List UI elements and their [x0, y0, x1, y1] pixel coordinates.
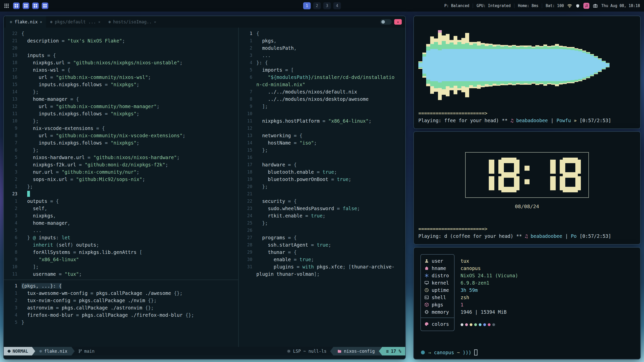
- code-line[interactable]: 20 };: [241, 183, 405, 190]
- code-line[interactable]: 31 plugins = with pkgs.xfce; [thunar-arc…: [241, 263, 405, 270]
- code-line[interactable]: 5}: [6, 319, 238, 326]
- code-line[interactable]: 25 };: [241, 219, 405, 227]
- code-line[interactable]: 16 url = "github:nix-community/nixos-wsl…: [6, 73, 238, 81]
- code-line[interactable]: 10 };: [6, 117, 238, 124]
- camera-icon[interactable]: [593, 4, 598, 8]
- tab-close-icon[interactable]: ✕: [98, 20, 100, 24]
- window-close-button[interactable]: ✕: [394, 19, 402, 25]
- code-line[interactable]: 6 } @ inputs: let: [6, 234, 238, 241]
- code-line[interactable]: 24 rtkit.enable = true;: [241, 212, 405, 219]
- code-line[interactable]: 9 "x86_64-linux": [6, 256, 238, 263]
- code-line[interactable]: 13 home-manager = {: [6, 95, 238, 103]
- code-line[interactable]: 5 nixos-hardware.url = "github:nixos/nix…: [6, 154, 238, 161]
- tab-close-icon[interactable]: ✕: [154, 20, 156, 24]
- code-line[interactable]: 15 inputs.nixpkgs.follows = "nixpkgs";: [6, 81, 238, 88]
- code-line[interactable]: 8 ../../modules/nixos/desktop/awesome: [241, 95, 405, 103]
- code-line[interactable]: 5 ...: [6, 227, 238, 234]
- code-line[interactable]: 2 sops-nix.url = "github:Mic92/sops-nix"…: [6, 175, 238, 183]
- pinned-app-2-icon[interactable]: [23, 3, 29, 9]
- code-line[interactable]: 1{: [241, 30, 405, 37]
- code-line[interactable]: 7 inherit (self) outputs;: [6, 241, 238, 248]
- code-line[interactable]: 1 };: [6, 183, 238, 190]
- code-line[interactable]: 11 nixpkgs.hostPlatform = "x86_64-linux"…: [241, 117, 405, 124]
- code-line[interactable]: 27 programs = {: [241, 234, 405, 241]
- code-line[interactable]: 10: [241, 110, 405, 117]
- code-line[interactable]: 4 firefox-mod-blur = pkgs.callPackage ./…: [6, 311, 238, 319]
- code-line[interactable]: 11 username = "tux";: [6, 270, 238, 278]
- code-line[interactable]: 3 nixpkgs,: [6, 212, 238, 219]
- code-line[interactable]: 22 security = {: [241, 197, 405, 205]
- buffer-tab-flake-nix[interactable]: ❄flake.nix✕: [6, 16, 46, 28]
- code-line[interactable]: 17 nixos-wsl = {: [6, 66, 238, 73]
- code-line[interactable]: 11 inputs.nixpkgs.follows = "nixpkgs";: [6, 110, 238, 117]
- code-line[interactable]: 23: [6, 190, 238, 197]
- code-line[interactable]: 19 inputs = {: [6, 52, 238, 59]
- pane-iso-image[interactable]: 1{1 pkgs,2 modulesPath,3 ...4}: {5 impor…: [239, 28, 405, 347]
- code-line[interactable]: 8 forAllSystems = nixpkgs.lib.genAttrs [: [6, 248, 238, 256]
- code-line[interactable]: 12 url = "github:nix-community/home-mana…: [6, 103, 238, 110]
- wifi-icon[interactable]: [567, 4, 572, 8]
- code-line[interactable]: 7 inputs.nixpkgs.follows = "nixpkgs";: [6, 139, 238, 146]
- code-line[interactable]: 30 enable = true;: [241, 256, 405, 263]
- code-line[interactable]: 12: [241, 124, 405, 132]
- code-line[interactable]: 7 ../../modules/nixos/default.nix: [241, 88, 405, 95]
- buffer-tab-hosts-isoImag-[interactable]: ❄hosts/isoImag..✕: [104, 16, 160, 28]
- code-line[interactable]: 13 networking = {: [241, 132, 405, 139]
- pinned-app-1-icon[interactable]: [13, 3, 20, 9]
- code-line[interactable]: 9 nix-vscode-extensions = {: [6, 124, 238, 132]
- code-line[interactable]: 14 };: [6, 88, 238, 95]
- workspace-tag-1[interactable]: 1: [303, 2, 311, 9]
- code-line[interactable]: 21 description = "tux's NixOS Flake";: [6, 37, 238, 44]
- code-line[interactable]: 6 };: [6, 146, 238, 154]
- workspace-tag-2[interactable]: 2: [313, 2, 321, 9]
- pinned-app-3-icon[interactable]: [32, 3, 39, 9]
- code-line[interactable]: 19 bluetooth.powerOnBoot = true;: [241, 175, 405, 183]
- code-line[interactable]: 20: [6, 44, 238, 52]
- app-grid-icon[interactable]: [4, 3, 9, 8]
- code-line[interactable]: 1 tux-awesome-wm-config = pkgs.callPacka…: [6, 289, 238, 297]
- pane-flake-nix[interactable]: 22{21 description = "tux's NixOS Flake";…: [4, 28, 238, 280]
- code-line[interactable]: 21: [241, 190, 405, 197]
- code-line[interactable]: 8 url = "github:nix-community/nix-vscode…: [6, 132, 238, 139]
- buffer-tab-pkgs-default-[interactable]: ❄pkgs/default ...✕: [46, 16, 104, 28]
- code-line[interactable]: 1 outputs = {: [6, 197, 238, 205]
- code-line[interactable]: 2 modulesPath,: [241, 44, 405, 52]
- code-line[interactable]: 1{pkgs, ...}: {: [6, 282, 238, 289]
- shell-prompt[interactable]: → canopus ~ ))): [414, 349, 640, 359]
- titlebar-toggle[interactable]: [380, 19, 392, 25]
- code-line[interactable]: 6 "${modulesPath}/installer/cd-dvd/insta…: [241, 73, 405, 81]
- code-line[interactable]: 9 ];: [241, 103, 405, 110]
- code-line[interactable]: 22{: [6, 30, 238, 37]
- pane-pkgs-default-nix[interactable]: 1{pkgs, ...}: {1 tux-awesome-wm-config =…: [4, 280, 238, 347]
- clock-label[interactable]: Thu Aug 08, 18:18: [601, 4, 640, 8]
- code-line[interactable]: 1 pkgs,: [241, 37, 405, 44]
- workspace-tag-3[interactable]: 3: [323, 2, 331, 9]
- code-line[interactable]: 17 hardware = {: [241, 161, 405, 168]
- code-line[interactable]: 4 nixpkgs-f2k.url = "github:moni-dz/nixp…: [6, 161, 238, 168]
- code-line[interactable]: 18 bluetooth.enable = true;: [241, 168, 405, 175]
- code-line[interactable]: 3 ...: [241, 52, 405, 59]
- music-player-icon[interactable]: [583, 3, 589, 9]
- code-line[interactable]: n-cd-minimal.nix": [241, 81, 405, 88]
- code-line[interactable]: 26: [241, 227, 405, 234]
- code-line[interactable]: 3 nur.url = "github:nix-community/nur";: [6, 168, 238, 175]
- tab-close-icon[interactable]: ✕: [40, 20, 42, 24]
- code-line[interactable]: 4 home-manager,: [6, 219, 238, 227]
- code-line[interactable]: 23 sudo.wheelNeedsPassword = false;: [241, 205, 405, 212]
- code-line[interactable]: 18 nixpkgs.url = "github:nixos/nixpkgs/n…: [6, 59, 238, 66]
- code-line[interactable]: 28 ssh.startAgent = true;: [241, 241, 405, 248]
- code-line[interactable]: 29 thunar = {: [241, 248, 405, 256]
- code-line[interactable]: 10 ];: [6, 263, 238, 270]
- code-line[interactable]: 3 astronvim = pkgs.callPackage ./astronv…: [6, 304, 238, 311]
- code-line[interactable]: 15 };: [241, 146, 405, 154]
- pinned-app-4-icon[interactable]: [42, 3, 48, 9]
- code-line[interactable]: 14 hostName = "iso";: [241, 139, 405, 146]
- shield-icon[interactable]: [576, 4, 580, 8]
- workspace-tag-4[interactable]: 4: [333, 2, 341, 9]
- code-line[interactable]: 2 self,: [6, 205, 238, 212]
- code-line[interactable]: 4}: {: [241, 59, 405, 66]
- code-line[interactable]: 16: [241, 154, 405, 161]
- code-line[interactable]: 2 tux-nvim-config = pkgs.callPackage ./n…: [6, 297, 238, 304]
- code-line[interactable]: plugin thunar-volman];: [241, 270, 405, 278]
- code-line[interactable]: 5 imports = [: [241, 66, 405, 73]
